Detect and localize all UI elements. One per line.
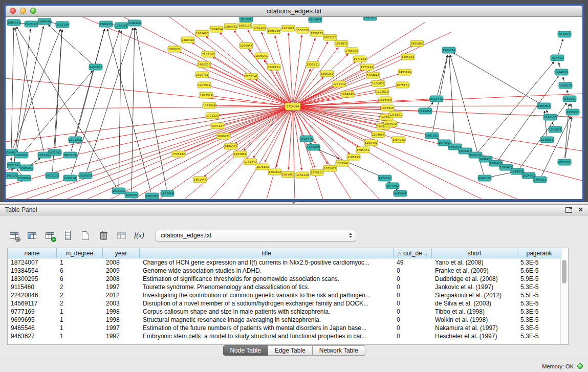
graph-node[interactable]: 1777141 <box>360 64 374 70</box>
graph-node[interactable]: 1486113 <box>559 82 572 89</box>
window-titlebar[interactable]: citations_edges.txt <box>6 6 582 17</box>
graph-node[interactable]: 1444093 <box>555 69 568 75</box>
graph-node[interactable]: 5905132 <box>63 152 77 158</box>
graph-node[interactable]: 1860021 <box>168 46 181 52</box>
graph-node[interactable]: 927741 <box>551 55 564 61</box>
graph-node[interactable]: 2260844 <box>239 42 253 49</box>
graph-node[interactable]: 1915102 <box>6 172 18 179</box>
graph-node[interactable]: 1915474 <box>307 144 320 150</box>
graph-node[interactable]: 2306711 <box>195 72 209 78</box>
graph-node[interactable]: 1964874 <box>442 47 455 53</box>
graph-node[interactable]: 1254118 <box>296 172 309 178</box>
graph-node[interactable]: 1582104 <box>56 21 69 28</box>
tab-edge-table[interactable]: Edge Table <box>268 345 313 356</box>
row-view-icon[interactable] <box>61 229 74 242</box>
column-header-out_de[interactable]: △out_de... <box>394 248 432 258</box>
graph-node[interactable]: 1891450 <box>281 171 295 178</box>
graph-node[interactable]: 1210031 <box>540 137 554 143</box>
tab-node-table[interactable]: Node Table <box>223 345 268 356</box>
trash-icon[interactable] <box>97 229 110 242</box>
graph-node[interactable]: 1975171 <box>396 82 409 88</box>
graph-node[interactable]: 3220131 <box>267 64 280 70</box>
graph-node[interactable]: 2260842 <box>224 24 237 30</box>
add-column-icon[interactable]: + <box>43 229 56 242</box>
graph-node[interactable]: 1922406 <box>195 30 209 36</box>
minimize-window-button[interactable] <box>20 8 26 14</box>
import-table-icon[interactable] <box>115 229 128 242</box>
graph-node[interactable]: 2871591 <box>7 162 20 168</box>
graph-node[interactable]: 1653103 <box>268 169 281 175</box>
graph-node[interactable]: 9585123 <box>323 34 337 40</box>
close-panel-icon[interactable]: × <box>578 206 583 213</box>
network-graph[interactable]: 1724094186002122808181922406168409422608… <box>6 17 582 199</box>
graph-node[interactable]: 1866021 <box>7 19 20 26</box>
graph-node[interactable]: 1961021 <box>281 25 295 31</box>
graph-node[interactable]: 1854932 <box>392 137 405 143</box>
float-panel-icon[interactable] <box>565 207 572 213</box>
graph-node[interactable]: 2204097 <box>372 132 385 138</box>
graph-node[interactable]: 1279151 <box>310 169 323 176</box>
graph-node[interactable]: 1515469 <box>379 97 392 103</box>
graph-node[interactable]: 1777142 <box>333 81 346 87</box>
graph-node[interactable]: 1216101 <box>389 112 402 118</box>
graph-node[interactable]: 2485083 <box>410 40 424 47</box>
graph-node[interactable]: 9245022 <box>478 175 491 181</box>
graph-node[interactable]: 1861063 <box>145 193 159 199</box>
graph-node[interactable]: 1785051 <box>356 147 369 153</box>
graph-node[interactable]: 2280818 <box>181 37 194 43</box>
graph-node[interactable]: 1974592 <box>386 183 399 189</box>
graph-node[interactable]: 2477103 <box>25 21 38 27</box>
graph-node[interactable]: 5905131 <box>20 165 33 171</box>
graph-node[interactable]: 7725442 <box>172 151 185 157</box>
graph-node[interactable]: 1954871 <box>335 40 348 47</box>
graph-node[interactable]: 2526053 <box>79 172 92 179</box>
graph-node[interactable]: 1427512 <box>198 82 211 88</box>
graph-node[interactable]: 1486302 <box>224 143 237 149</box>
graph-node[interactable]: 2341071 <box>363 17 377 20</box>
graph-node[interactable]: 1752440 <box>244 159 257 165</box>
graph-node[interactable]: 2053107 <box>89 64 102 70</box>
graph-node[interactable]: 1937137 <box>211 123 224 129</box>
graph-node[interactable]: 1186104 <box>128 20 141 26</box>
graph-node[interactable]: 1664641 <box>366 72 380 78</box>
graph-node[interactable]: 1915101 <box>15 152 28 158</box>
graph-node[interactable]: 1861062 <box>125 192 138 198</box>
graph-node[interactable]: 8691391 <box>425 133 439 139</box>
graph-node[interactable]: 9045041 <box>394 190 407 196</box>
graph-node[interactable]: 1651447 <box>193 177 207 183</box>
graph-node[interactable]: 1915475 <box>300 136 313 142</box>
graph-node[interactable]: 1896091 <box>255 53 268 59</box>
column-header-pagerank[interactable]: pagerank <box>517 248 561 258</box>
close-window-button[interactable] <box>10 8 16 14</box>
graph-node[interactable]: 2871592 <box>48 149 61 156</box>
table-row[interactable]: 2242004622012Investigating the contribut… <box>8 291 568 299</box>
graph-node[interactable]: 1485081 <box>401 54 415 60</box>
graph-node[interactable]: 1271031 <box>549 126 562 133</box>
graph-node[interactable]: 1664642 <box>341 91 354 97</box>
table-scrollbar[interactable] <box>560 259 568 344</box>
graph-node[interactable]: 1982103 <box>253 25 266 31</box>
graph-node[interactable]: 951663 <box>558 31 571 37</box>
graph-node[interactable]: 2181103 <box>202 51 215 57</box>
graph-node[interactable]: 1864094 <box>38 18 51 25</box>
show-columns-icon[interactable] <box>25 229 38 242</box>
graph-node[interactable]: 1954972 <box>384 121 397 127</box>
graph-node[interactable]: 6771081 <box>558 159 571 165</box>
scrollbar-thumb[interactable] <box>562 260 567 283</box>
graph-node[interactable]: 1093451 <box>566 109 579 115</box>
graph-node[interactable]: 1375181 <box>115 23 128 29</box>
graph-node[interactable]: 1185492 <box>364 140 378 146</box>
graph-node[interactable]: 1142004 <box>203 102 216 108</box>
graph-node[interactable]: 1955821 <box>306 61 319 68</box>
column-header-in_degree[interactable]: in_degree <box>57 248 103 258</box>
table-selector-dropdown[interactable]: citations_edges.txt <box>156 230 356 242</box>
table-row[interactable]: 1456911722003Disruption of a novel membe… <box>8 299 568 308</box>
graph-node[interactable]: 1827514 <box>200 92 213 98</box>
table-row[interactable]: 1830029562008Estimation of significance … <box>8 275 568 283</box>
graph-node[interactable]: 1915104 <box>63 175 77 181</box>
graph-node[interactable]: 1675077 <box>323 165 337 171</box>
graph-node[interactable]: 1660133 <box>238 23 252 29</box>
table-row[interactable]: 1938455462009Genome-wide association stu… <box>8 267 568 275</box>
table-row[interactable]: 1872400712008Changes of HCN gene express… <box>8 258 568 267</box>
graph-node[interactable]: 1529461 <box>419 108 432 114</box>
